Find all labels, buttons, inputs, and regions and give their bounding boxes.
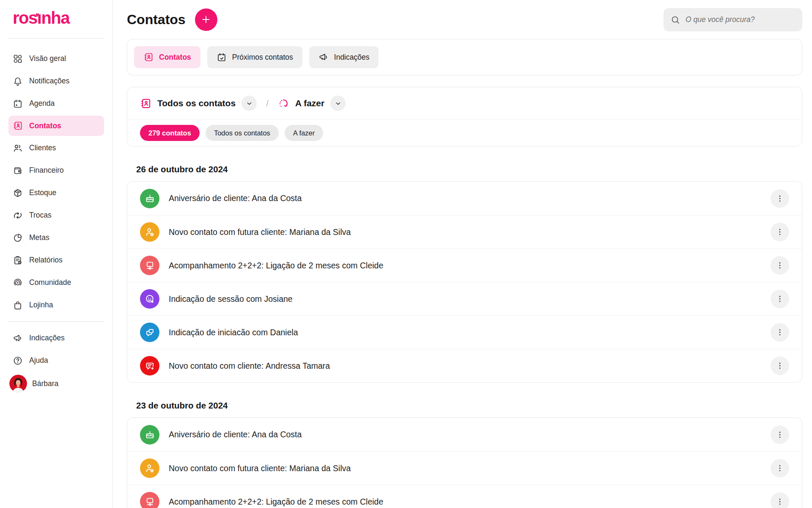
cake-icon: [140, 425, 159, 444]
wallet-icon: [13, 166, 23, 176]
sidebar-nav: Visão geral Notificações Agenda Contatos…: [0, 47, 112, 395]
monitor-share-icon: [140, 256, 159, 275]
tab-label: Indicações: [334, 53, 370, 62]
filter-chips: 279 contatos Todos os contatos A fazer: [127, 120, 802, 146]
add-contact-button[interactable]: [195, 8, 217, 31]
status-dropdown[interactable]: A fazer: [278, 96, 346, 111]
sidebar-user[interactable]: Bárbara: [0, 372, 112, 395]
item-menu-button[interactable]: [771, 290, 789, 308]
report-clock-icon: [13, 255, 23, 265]
list-item[interactable]: Aniversário de cliente: Ana da Costa: [127, 418, 802, 451]
sidebar-item-visao-geral[interactable]: Visão geral: [0, 47, 112, 70]
search-icon: [670, 15, 680, 25]
sidebar-item-label: Estoque: [29, 188, 56, 197]
list-item-title: Aniversário de cliente: Ana da Costa: [169, 193, 302, 203]
sidebar-section-divider: [8, 321, 104, 322]
tab-indicacoes[interactable]: Indicações: [309, 46, 379, 68]
chevron-down-icon: [335, 100, 342, 107]
sidebar-item-agenda[interactable]: Agenda: [0, 92, 112, 115]
person-star-icon: [140, 458, 159, 478]
sidebar-item-indicacoes[interactable]: Indicações: [0, 327, 112, 349]
search-input[interactable]: [686, 15, 796, 24]
list-item[interactable]: Novo contato com futura cliente: Mariana…: [127, 451, 802, 485]
address-book-icon: [143, 52, 154, 62]
filter-separator: /: [266, 98, 269, 108]
broadcast-icon: [13, 278, 23, 288]
item-menu-button[interactable]: [771, 323, 789, 342]
item-menu-button[interactable]: [771, 189, 789, 208]
person-star-icon: [140, 222, 159, 242]
list-item[interactable]: Acompanhamento 2+2+2: Ligação de 2 meses…: [127, 248, 802, 282]
list-item[interactable]: Indicação de iniciacão com Daniela: [127, 315, 802, 349]
view-dropdown[interactable]: Todos os contatos: [140, 96, 257, 111]
sidebar-item-ajuda[interactable]: Ajuda: [0, 349, 112, 372]
sidebar-item-trocas[interactable]: Trocas: [0, 204, 112, 226]
chip-view[interactable]: Todos os contatos: [206, 125, 279, 141]
sidebar-item-metas[interactable]: Metas: [0, 226, 112, 249]
item-menu-button[interactable]: [771, 459, 789, 478]
list-item-title: Novo contato com futura cliente: Mariana…: [169, 464, 351, 473]
sidebar-item-lojinha[interactable]: Lojinha: [0, 294, 112, 316]
cake-icon: [140, 189, 159, 208]
sidebar-item-label: Ajuda: [29, 356, 48, 365]
group-date: 23 de outubro de 2024: [136, 400, 802, 411]
view-dropdown-chevron[interactable]: [241, 96, 257, 111]
sidebar-item-label: Relatórios: [29, 256, 63, 265]
sidebar-item-label: Financeiro: [29, 166, 64, 175]
sidebar-item-comunidade[interactable]: Comunidade: [0, 271, 112, 294]
tab-proximos-contatos[interactable]: Próximos contatos: [207, 46, 302, 68]
users-icon: [13, 143, 23, 153]
kebab-icon: [775, 497, 785, 506]
page-header: Contatos: [127, 8, 802, 31]
brand-logo[interactable]: rosı♥nha: [13, 7, 69, 29]
search-bar[interactable]: [664, 8, 802, 31]
sidebar-item-label: Notificações: [29, 77, 69, 86]
status-dropdown-label: A fazer: [295, 98, 324, 108]
item-menu-button[interactable]: [771, 256, 789, 275]
chat-plus-icon: [140, 356, 159, 375]
kebab-icon: [775, 194, 785, 203]
list-item[interactable]: Novo contato com futura cliente: Mariana…: [127, 215, 802, 248]
smiley-heart-icon: [140, 289, 159, 309]
bell-icon: [13, 76, 23, 86]
item-menu-button[interactable]: [771, 223, 789, 241]
sidebar-item-relatorios[interactable]: Relatórios: [0, 249, 112, 271]
main-content: Contatos Contatos Próximos contatos Indi…: [113, 8, 812, 508]
sidebar-item-contatos[interactable]: Contatos: [8, 116, 104, 136]
filter-dropdowns: Todos os contatos / A fazer: [127, 87, 802, 120]
address-book-icon: [13, 121, 23, 131]
status-dropdown-chevron[interactable]: [330, 96, 346, 111]
list-item-title: Indicação de iniciacão com Daniela: [169, 328, 298, 337]
sidebar-item-label: Visão geral: [29, 54, 66, 63]
kebab-icon: [775, 430, 785, 439]
sidebar-item-label: Lojinha: [29, 301, 53, 309]
page-title: Contatos: [127, 12, 186, 28]
list-item[interactable]: Novo contato com cliente: Andressa Tamar…: [127, 349, 802, 382]
count-badge: 279 contatos: [140, 125, 200, 141]
list-item[interactable]: Indicação de sessão com Josiane: [127, 282, 802, 315]
list-item[interactable]: Aniversário de cliente: Ana da Costa: [127, 182, 802, 215]
sidebar-item-clientes[interactable]: Clientes: [0, 137, 112, 159]
sidebar-item-notificacoes[interactable]: Notificações: [0, 70, 112, 92]
list-item-title: Novo contato com cliente: Andressa Tamar…: [169, 361, 330, 371]
tab-contatos[interactable]: Contatos: [134, 46, 200, 68]
list-item-title: Novo contato com futura cliente: Mariana…: [169, 227, 351, 237]
chat-bubbles-icon: [140, 323, 159, 342]
sidebar-divider: [8, 38, 104, 39]
swap-icon: [13, 210, 23, 221]
chip-status[interactable]: A fazer: [285, 125, 323, 141]
sidebar-item-label: Trocas: [29, 211, 52, 220]
sidebar-item-label: Comunidade: [29, 278, 71, 287]
list-item[interactable]: Acompanhamento 2+2+2: Ligação de 2 meses…: [127, 485, 802, 508]
sidebar-item-estoque[interactable]: Estoque: [0, 182, 112, 204]
item-menu-button[interactable]: [771, 425, 789, 444]
kebab-icon: [775, 361, 785, 370]
megaphone-icon: [13, 333, 23, 343]
shopping-bag-icon: [13, 300, 23, 310]
package-icon: [13, 188, 23, 198]
item-menu-button[interactable]: [771, 492, 789, 508]
sidebar-item-financeiro[interactable]: Financeiro: [0, 159, 112, 182]
item-menu-button[interactable]: [771, 356, 789, 375]
megaphone-icon: [318, 52, 329, 62]
monitor-share-icon: [140, 492, 159, 508]
